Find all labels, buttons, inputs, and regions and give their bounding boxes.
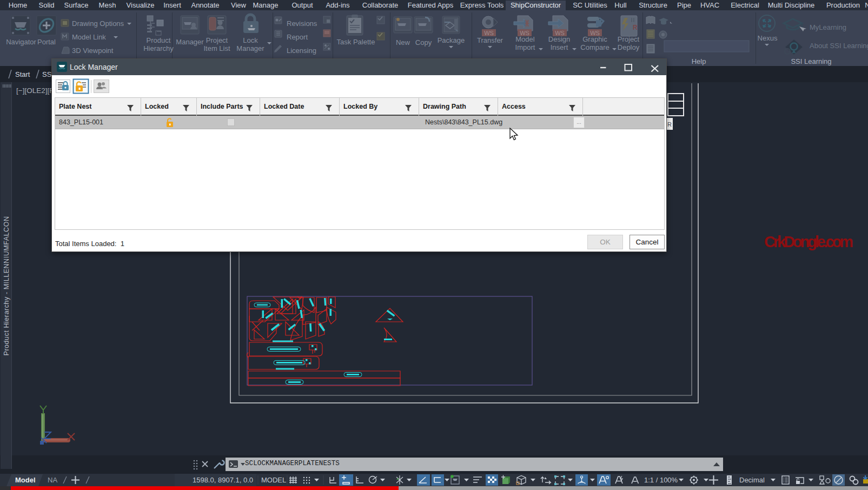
svg-text:NA: NA [48,476,57,484]
svg-text:1598.0, 8907.1, 0.0: 1598.0, 8907.1, 0.0 [193,476,253,484]
svg-text:Model: Model [15,476,36,484]
svg-text:WS: WS [484,30,494,36]
svg-text:MODEL: MODEL [261,476,286,484]
svg-text:CrkDongle.com: CrkDongle.com [764,233,853,250]
svg-text:Decimal: Decimal [739,476,765,484]
svg-text:1:1 / 100%: 1:1 / 100% [644,476,678,484]
svg-text:R: R [633,24,638,31]
svg-text:R: R [667,121,672,128]
